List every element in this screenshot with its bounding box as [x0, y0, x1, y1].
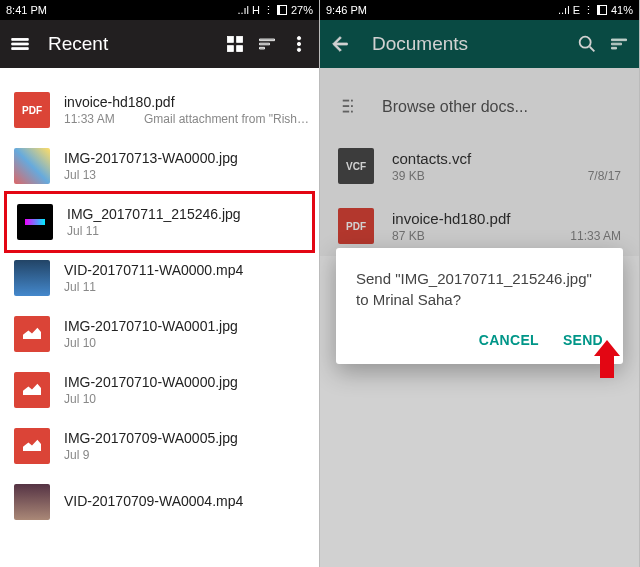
- file-meta: IMG-20170710-WA0001.jpgJul 10: [64, 318, 309, 350]
- pdf-icon: PDF: [14, 92, 50, 128]
- svg-rect-14: [351, 111, 353, 113]
- file-row[interactable]: VCFcontacts.vcf39 KB7/8/17: [320, 136, 639, 196]
- thumbnail-icon: [14, 316, 50, 352]
- annotation-arrow: [594, 340, 620, 380]
- status-icons: ..ıl H ⋮ 27%: [237, 4, 313, 17]
- sort-icon[interactable]: [255, 32, 279, 56]
- file-sub-left: 11:33 AM: [64, 112, 144, 126]
- pdf-icon: PDF: [338, 208, 374, 244]
- whatsapp-documents-screen: 9:46 PM ..ıl E ⋮ 41% Documents Browse ot…: [320, 0, 640, 567]
- file-name: IMG-20170710-WA0000.jpg: [64, 374, 309, 390]
- file-size: 87 KB: [392, 229, 570, 243]
- svg-rect-13: [343, 111, 349, 113]
- toolbar: Documents: [320, 20, 639, 68]
- file-meta: VID-20170709-WA0004.mp4: [64, 493, 309, 511]
- dialog-actions: CANCEL SEND: [356, 332, 603, 354]
- grid-view-icon[interactable]: [223, 32, 247, 56]
- vcf-icon: VCF: [338, 148, 374, 184]
- battery-text: 27%: [291, 4, 313, 16]
- file-sub-left: Jul 9: [64, 448, 309, 462]
- svg-rect-0: [228, 37, 234, 43]
- file-sub-left: Jul 13: [64, 168, 309, 182]
- search-icon[interactable]: [575, 32, 599, 56]
- file-date: 7/8/17: [588, 169, 621, 183]
- thumbnail-icon: [17, 204, 53, 240]
- file-meta: contacts.vcf39 KB7/8/17: [392, 150, 621, 183]
- file-name: invoice-hd180.pdf: [392, 210, 621, 227]
- file-sub-left: Jul 11: [64, 280, 309, 294]
- file-meta: IMG-20170713-WA0000.jpgJul 13: [64, 150, 309, 182]
- status-bar: 9:46 PM ..ıl E ⋮ 41%: [320, 0, 639, 20]
- file-row[interactable]: IMG-20170710-WA0001.jpgJul 10: [0, 306, 319, 362]
- file-sub-left: Jul 10: [64, 392, 309, 406]
- file-sub-right: Gmail attachment from "Rish…: [144, 112, 309, 126]
- file-size: 39 KB: [392, 169, 588, 183]
- status-time: 9:46 PM: [326, 4, 558, 16]
- svg-point-6: [297, 48, 300, 51]
- signal-icon: ..ıl: [237, 4, 249, 16]
- file-name: IMG-20170713-WA0000.jpg: [64, 150, 309, 166]
- thumbnail-icon: [14, 372, 50, 408]
- dialog-text: Send "IMG_20170711_215246.jpg" to Mrinal…: [356, 268, 603, 310]
- svg-point-4: [297, 37, 300, 40]
- file-meta: IMG-20170710-WA0000.jpgJul 10: [64, 374, 309, 406]
- file-meta: VID-20170711-WA0000.mp4Jul 11: [64, 262, 309, 294]
- svg-rect-12: [351, 105, 353, 107]
- thumbnail-icon: [14, 148, 50, 184]
- file-row[interactable]: IMG-20170713-WA0000.jpgJul 13: [0, 138, 319, 194]
- battery-text: 41%: [611, 4, 633, 16]
- file-subtitle: 11:33 AMGmail attachment from "Rish…: [64, 112, 309, 126]
- file-row[interactable]: VID-20170711-WA0000.mp4Jul 11: [0, 250, 319, 306]
- thumbnail-icon: [14, 260, 50, 296]
- battery-icon: [597, 5, 607, 15]
- file-picker-screen: 8:41 PM ..ıl H ⋮ 27% Recent PDFinvoice-h…: [0, 0, 320, 567]
- file-date: 11:33 AM: [570, 229, 621, 243]
- browse-label: Browse other docs...: [382, 98, 528, 116]
- back-icon[interactable]: [328, 32, 352, 56]
- sort-icon[interactable]: [607, 32, 631, 56]
- browse-other-docs[interactable]: Browse other docs...: [320, 82, 639, 136]
- file-subtitle: 87 KB11:33 AM: [392, 229, 621, 243]
- file-row[interactable]: IMG-20170710-WA0000.jpgJul 10: [0, 362, 319, 418]
- svg-point-7: [580, 37, 591, 48]
- overflow-icon[interactable]: [287, 32, 311, 56]
- menu-icon[interactable]: [8, 32, 32, 56]
- file-name: IMG_20170711_215246.jpg: [67, 206, 306, 222]
- network-icon: E: [573, 4, 580, 16]
- thumbnail-icon: [14, 484, 50, 520]
- wifi-icon: ⋮: [263, 4, 274, 17]
- file-row[interactable]: PDFinvoice-hd180.pdf11:33 AMGmail attach…: [0, 82, 319, 138]
- file-meta: invoice-hd180.pdf11:33 AMGmail attachmen…: [64, 94, 309, 126]
- file-meta: IMG_20170711_215246.jpgJul 11: [67, 206, 306, 238]
- svg-rect-2: [228, 46, 234, 52]
- file-meta: IMG-20170709-WA0005.jpgJul 9: [64, 430, 309, 462]
- file-subtitle: Jul 13: [64, 168, 309, 182]
- documents-list: Browse other docs... VCFcontacts.vcf39 K…: [320, 68, 639, 256]
- file-row[interactable]: PDFinvoice-hd180.pdf87 KB11:33 AM: [320, 196, 639, 256]
- file-subtitle: Jul 10: [64, 336, 309, 350]
- status-time: 8:41 PM: [6, 4, 237, 16]
- file-subtitle: Jul 10: [64, 392, 309, 406]
- file-name: invoice-hd180.pdf: [64, 94, 309, 110]
- file-name: IMG-20170710-WA0001.jpg: [64, 318, 309, 334]
- svg-rect-3: [237, 46, 243, 52]
- file-subtitle: Jul 9: [64, 448, 309, 462]
- battery-icon: [277, 5, 287, 15]
- thumbnail-icon: [14, 428, 50, 464]
- file-row[interactable]: IMG_20170711_215246.jpgJul 11: [4, 191, 315, 253]
- svg-rect-9: [343, 100, 349, 102]
- svg-line-8: [590, 47, 595, 52]
- file-meta: invoice-hd180.pdf87 KB11:33 AM: [392, 210, 621, 243]
- cancel-button[interactable]: CANCEL: [479, 332, 539, 348]
- svg-rect-10: [351, 100, 353, 102]
- svg-rect-1: [237, 37, 243, 43]
- svg-rect-11: [343, 105, 349, 107]
- toolbar-title: Recent: [40, 33, 215, 55]
- send-dialog: Send "IMG_20170711_215246.jpg" to Mrinal…: [336, 248, 623, 364]
- file-row[interactable]: VID-20170709-WA0004.mp4: [0, 474, 319, 530]
- file-list: PDFinvoice-hd180.pdf11:33 AMGmail attach…: [0, 68, 319, 530]
- toolbar-title: Documents: [360, 33, 567, 55]
- file-row[interactable]: IMG-20170709-WA0005.jpgJul 9: [0, 418, 319, 474]
- file-name: VID-20170711-WA0000.mp4: [64, 262, 309, 278]
- wifi-icon: ⋮: [583, 4, 594, 17]
